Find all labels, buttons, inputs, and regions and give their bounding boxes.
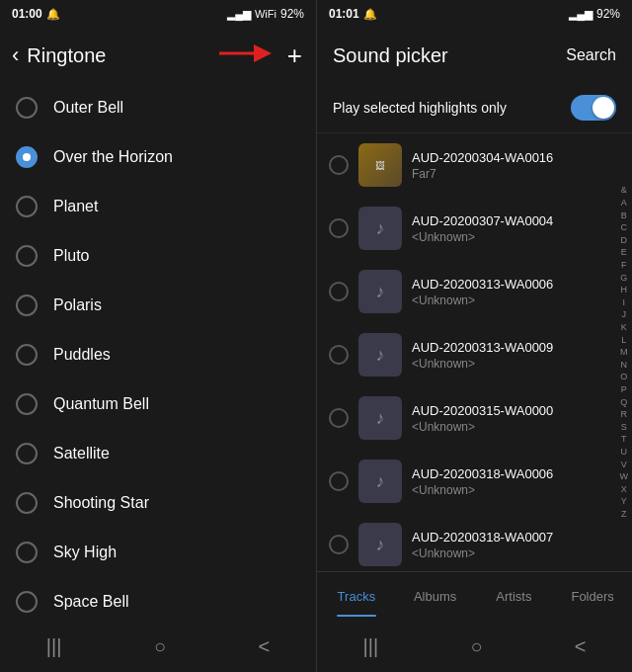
ringtone-item[interactable]: Space Bell: [0, 577, 316, 621]
highlight-toggle-row: Play selected highlights only: [317, 83, 632, 133]
alphabet-letter[interactable]: R: [621, 408, 628, 421]
add-ringtone-button[interactable]: +: [287, 41, 302, 71]
track-info: AUD-20200304-WA0016Far7: [412, 150, 608, 181]
alphabet-letter[interactable]: Z: [621, 508, 627, 521]
track-radio: [329, 345, 349, 365]
alphabet-letter[interactable]: &: [621, 184, 627, 197]
music-note-icon: ♪: [376, 408, 385, 429]
tabs-bar: TracksAlbumsArtistsFolders: [317, 571, 632, 621]
alphabet-letter[interactable]: J: [622, 308, 627, 321]
ringtone-name: Space Bell: [53, 593, 129, 611]
music-note-icon: ♪: [376, 345, 385, 366]
track-thumbnail: ♪: [358, 207, 402, 250]
track-thumbnail: ♪: [358, 460, 402, 503]
alphabet-letter[interactable]: V: [621, 459, 627, 471]
track-name: AUD-20200307-WA0004: [412, 213, 608, 228]
track-subtitle: <Unknown>: [412, 230, 608, 244]
ringtone-name: Over the Horizon: [53, 148, 173, 166]
search-button[interactable]: Search: [566, 46, 616, 64]
left-signal: ▂▄▆ WiFi 92%: [227, 7, 304, 21]
track-radio: [329, 408, 349, 428]
left-time: 01:00 🔔: [12, 7, 60, 21]
alphabet-letter[interactable]: S: [621, 421, 627, 434]
ringtone-item[interactable]: Sky High: [0, 528, 316, 577]
track-name: AUD-20200304-WA0016: [412, 150, 608, 165]
alphabet-letter[interactable]: K: [621, 321, 627, 334]
track-name: AUD-20200318-WA0006: [412, 466, 608, 481]
alphabet-letter[interactable]: H: [621, 284, 628, 296]
track-radio: [329, 155, 349, 175]
alphabet-letter[interactable]: U: [621, 446, 628, 459]
back-button[interactable]: ‹: [12, 42, 19, 68]
track-item[interactable]: ♪AUD-20200313-WA0009<Unknown>: [317, 323, 616, 386]
track-item[interactable]: ♪AUD-20200315-WA0000<Unknown>: [317, 386, 616, 450]
right-recent-button[interactable]: |||: [363, 635, 379, 658]
ringtone-radio: [16, 344, 38, 366]
ringtone-item[interactable]: Pluto: [0, 231, 316, 281]
left-battery: 92%: [280, 7, 304, 21]
alphabet-letter[interactable]: T: [621, 433, 627, 446]
highlight-toggle-switch[interactable]: [571, 95, 616, 121]
music-note-icon: ♪: [376, 471, 385, 492]
alphabet-letter[interactable]: F: [621, 259, 627, 272]
tab-albums[interactable]: Albums: [396, 572, 475, 621]
left-status-bar: 01:00 🔔 ▂▄▆ WiFi 92%: [0, 0, 316, 28]
right-back-button[interactable]: <: [575, 635, 587, 658]
track-info: AUD-20200313-WA0006<Unknown>: [412, 277, 608, 307]
alphabet-letter[interactable]: L: [621, 334, 626, 347]
back-nav-button[interactable]: <: [259, 635, 271, 658]
right-home-button[interactable]: ○: [470, 635, 482, 658]
track-item[interactable]: ♪AUD-20200318-WA0006<Unknown>: [317, 450, 616, 513]
alphabet-letter[interactable]: I: [622, 296, 625, 309]
track-item[interactable]: ♪AUD-20200307-WA0004<Unknown>: [317, 197, 616, 260]
track-info: AUD-20200313-WA0009<Unknown>: [412, 340, 608, 371]
track-list: 🖼AUD-20200304-WA0016Far7♪AUD-20200307-WA…: [317, 133, 616, 571]
tab-folders[interactable]: Folders: [553, 572, 632, 621]
track-name: AUD-20200315-WA0000: [412, 403, 608, 418]
ringtone-item[interactable]: Quantum Bell: [0, 379, 316, 429]
recent-apps-button[interactable]: |||: [46, 635, 62, 658]
ringtone-item[interactable]: Satellite: [0, 429, 316, 478]
ringtone-name: Pluto: [53, 247, 89, 265]
ringtone-radio: [16, 196, 38, 217]
right-time: 01:01 🔔: [329, 7, 377, 21]
ringtone-item[interactable]: Outer Bell: [0, 83, 316, 132]
ringtone-item[interactable]: Planet: [0, 182, 316, 231]
tab-artists[interactable]: Artists: [475, 572, 554, 621]
track-radio: [329, 218, 349, 238]
alphabet-letter[interactable]: X: [621, 483, 627, 496]
track-item[interactable]: ♪AUD-20200313-WA0006<Unknown>: [317, 260, 616, 323]
alphabet-letter[interactable]: M: [620, 346, 628, 359]
ringtone-radio: [16, 443, 38, 464]
track-subtitle: <Unknown>: [412, 546, 608, 560]
ringtone-radio: [16, 542, 38, 563]
track-item[interactable]: ♪AUD-20200318-WA0007<Unknown>: [317, 513, 616, 571]
left-header: ‹ Ringtone +: [0, 28, 316, 83]
alphabet-letter[interactable]: C: [621, 221, 628, 234]
ringtone-name: Shooting Star: [53, 494, 149, 512]
track-info: AUD-20200318-WA0007<Unknown>: [412, 530, 608, 560]
alphabet-letter[interactable]: P: [621, 383, 627, 396]
ringtone-item[interactable]: Puddles: [0, 330, 316, 379]
left-panel: 01:00 🔔 ▂▄▆ WiFi 92% ‹ Ringtone + Outer …: [0, 0, 316, 672]
alphabet-letter[interactable]: A: [621, 197, 627, 210]
ringtone-item[interactable]: Shooting Star: [0, 478, 316, 528]
home-button[interactable]: ○: [154, 635, 166, 658]
alphabet-letter[interactable]: Y: [621, 495, 627, 508]
alphabet-letter[interactable]: W: [620, 470, 629, 483]
alphabet-letter[interactable]: Q: [620, 396, 627, 409]
alphabet-letter[interactable]: D: [621, 234, 628, 247]
alphabet-letter[interactable]: G: [620, 272, 627, 285]
tab-tracks[interactable]: Tracks: [317, 572, 396, 621]
ringtone-item[interactable]: Over the Horizon: [0, 132, 316, 182]
track-item[interactable]: 🖼AUD-20200304-WA0016Far7: [317, 133, 616, 197]
alphabet-letter[interactable]: O: [620, 371, 627, 383]
tab-label: Albums: [414, 589, 456, 604]
track-thumbnail: ♪: [358, 396, 402, 440]
alphabet-letter[interactable]: E: [621, 246, 627, 259]
ringtone-title: Ringtone: [27, 44, 106, 67]
ringtone-item[interactable]: Polaris: [0, 281, 316, 330]
alphabet-index[interactable]: &ABCDEFGHIJKLMNOPQRSTUVWXYZ: [616, 133, 633, 571]
alphabet-letter[interactable]: N: [621, 359, 628, 372]
alphabet-letter[interactable]: B: [621, 210, 627, 222]
